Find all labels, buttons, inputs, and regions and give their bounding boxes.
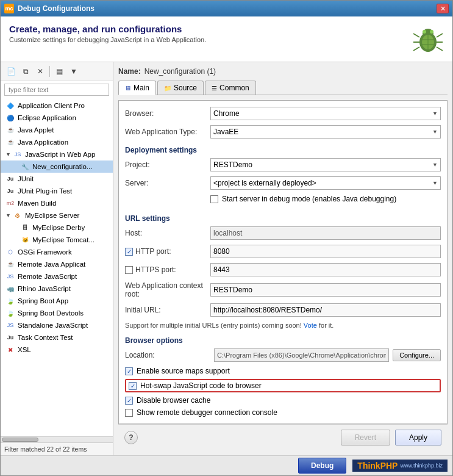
debug-configurations-window: mc Debug Configurations ✕ Create, manage…	[0, 0, 453, 476]
sidebar-item-label: MyEclipse Server	[25, 212, 79, 219]
sidebar-item-rhino[interactable]: 🦏 Rhino JavaScript	[1, 283, 113, 295]
debug-button[interactable]: Debug	[298, 458, 346, 474]
name-value: New_configuration (1)	[144, 67, 216, 76]
java-app-icon: ☕	[5, 137, 15, 147]
browser-select-wrapper: Chrome Firefox Internet Explorer Safari	[210, 107, 441, 120]
web-app-type-select[interactable]: JavaEE Generic	[210, 125, 441, 139]
project-select-wrapper: RESTDemo	[210, 158, 441, 171]
start-server-checkbox-label[interactable]: Start server in debug mode (enables Java…	[210, 195, 396, 203]
project-select[interactable]: RESTDemo	[210, 158, 441, 171]
source-maps-label[interactable]: Enable source maps support	[125, 367, 441, 375]
disable-cache-checkbox[interactable]	[125, 397, 133, 405]
toolbar-separator	[49, 66, 50, 77]
filter-input[interactable]	[4, 84, 109, 96]
http-port-checkbox[interactable]	[125, 248, 133, 256]
project-label: Project:	[125, 160, 210, 169]
form-scroll-area: Browser: Chrome Firefox Internet Explore…	[118, 100, 448, 424]
http-port-row: HTTP port:	[125, 245, 441, 258]
web-context-input[interactable]	[210, 283, 441, 297]
sidebar-item-spring-devtools[interactable]: 🍃 Spring Boot Devtools	[1, 307, 113, 319]
host-input[interactable]	[210, 226, 441, 240]
https-port-checkbox[interactable]	[125, 266, 133, 274]
browser-select[interactable]: Chrome Firefox Internet Explorer Safari	[210, 107, 441, 120]
sidebar-item-java-app[interactable]: ☕ Java Application	[1, 136, 113, 148]
sidebar-item-remote-java[interactable]: ☕ Remote Java Applicat	[1, 258, 113, 270]
osgi-icon: ⬡	[5, 247, 15, 257]
tab-common[interactable]: ☰ Common	[205, 81, 256, 95]
web-app-type-label: Web Application Type:	[125, 128, 210, 136]
sidebar-footer: Filter matched 22 of 22 items	[1, 442, 113, 455]
sidebar-item-js-web[interactable]: ▼ JS JavaScript in Web App	[1, 148, 113, 160]
show-debugger-label[interactable]: Show remote debugger connection console	[125, 408, 441, 417]
show-debugger-checkbox[interactable]	[125, 409, 133, 417]
sidebar-item-standalone-js[interactable]: JS Standalone JavaScript	[1, 319, 113, 331]
header-subtitle: Customize settings for debugging JavaScr…	[9, 36, 206, 43]
browser-row: Browser: Chrome Firefox Internet Explore…	[125, 107, 441, 120]
web-context-row: Web Application context root:	[125, 281, 441, 298]
delete-button[interactable]: ✕	[34, 65, 47, 78]
rhino-icon: 🦏	[5, 284, 15, 294]
start-server-checkbox[interactable]	[210, 195, 218, 203]
revert-button[interactable]: Revert	[341, 430, 390, 445]
sidebar-item-eclipse-app[interactable]: 🔵 Eclipse Application	[1, 112, 113, 124]
js-web-icon: JS	[13, 150, 23, 159]
expand-arrow: ▼	[5, 151, 11, 157]
sidebar-item-xsl[interactable]: ✖ XSL	[1, 344, 113, 356]
location-row: Location: Configure...	[125, 348, 441, 362]
deployment-section-header: Deployment settings	[125, 143, 441, 154]
apply-button[interactable]: Apply	[395, 430, 441, 445]
server-row: Server: <project is externally deployed>	[125, 176, 441, 190]
hotswap-checkbox[interactable]	[129, 382, 137, 390]
sidebar-item-label: Task Context Test	[18, 334, 73, 341]
sidebar-item-remote-js[interactable]: JS Remote JavaScript	[1, 270, 113, 283]
tab-main[interactable]: 🖥 Main	[118, 81, 156, 95]
sidebar-item-label: Maven Build	[18, 200, 56, 207]
sidebar-item-label: JUnit	[18, 175, 34, 182]
svg-line-2	[413, 34, 419, 37]
sidebar-item-myeclipse-tomcat[interactable]: 🐱 MyEclipse Tomcat...	[1, 234, 113, 246]
new-config-button[interactable]: 📄	[4, 65, 18, 78]
https-port-input[interactable]	[210, 263, 441, 276]
sidebar-item-app-client[interactable]: 🔷 Application Client Pro	[1, 99, 113, 112]
vote-link[interactable]: Vote	[304, 322, 317, 329]
sidebar-item-myeclipse-derby[interactable]: 🗄 MyEclipse Derby	[1, 222, 113, 234]
close-button[interactable]: ✕	[437, 4, 449, 13]
sidebar-item-label: Spring Boot Devtools	[18, 309, 84, 317]
hscroll-thumb[interactable]	[2, 438, 38, 442]
tab-source[interactable]: 📁 Source	[157, 81, 204, 95]
collapse-button[interactable]: ▤	[52, 65, 66, 78]
filter-button[interactable]: ▼	[67, 65, 80, 78]
sidebar-item-new-config[interactable]: 🔧 New_configuratio...	[1, 160, 113, 173]
derby-icon: 🗄	[20, 223, 30, 233]
initial-url-input[interactable]	[210, 303, 441, 317]
disable-cache-label[interactable]: Disable browser cache	[125, 396, 441, 405]
sidebar-item-junit-plugin[interactable]: Ju JUnit Plug-in Test	[1, 185, 113, 197]
multi-url-info: Support for multiple initial URLs (entry…	[125, 322, 441, 329]
http-port-input[interactable]	[210, 245, 441, 258]
location-input[interactable]	[214, 348, 389, 362]
sidebar-item-label: MyEclipse Derby	[32, 224, 85, 231]
hotswap-row[interactable]: Hot-swap JavaScript code to browser	[125, 379, 441, 392]
source-maps-checkbox[interactable]	[125, 367, 133, 375]
location-label: Location:	[125, 351, 210, 359]
sidebar-item-label: JUnit Plug-in Test	[18, 187, 72, 195]
configure-button[interactable]: Configure...	[393, 349, 441, 361]
sidebar-item-maven[interactable]: m2 Maven Build	[1, 197, 113, 209]
main-tab-label: Main	[134, 84, 149, 92]
sidebar-item-spring-boot[interactable]: 🍃 Spring Boot App	[1, 295, 113, 307]
sidebar-item-myeclipse-server[interactable]: ▼ ⚙ MyEclipse Server	[1, 209, 113, 222]
show-debugger-text: Show remote debugger connection console	[137, 408, 277, 417]
expand-arrow2: ▼	[5, 212, 11, 218]
sidebar-item-task-context[interactable]: Ju Task Context Test	[1, 331, 113, 344]
sidebar-item-java-applet[interactable]: ☕ Java Applet	[1, 124, 113, 136]
name-label: Name:	[118, 67, 141, 76]
sidebar-item-junit[interactable]: Ju JUnit	[1, 173, 113, 185]
help-button[interactable]: ?	[124, 431, 138, 444]
server-select[interactable]: <project is externally deployed>	[210, 176, 441, 190]
sidebar-item-osgi[interactable]: ⬡ OSGi Framework	[1, 246, 113, 258]
remote-js-icon: JS	[5, 272, 15, 281]
duplicate-button[interactable]: ⧉	[19, 65, 32, 78]
sidebar-item-label: Eclipse Application	[18, 114, 76, 121]
branding-url: www.thinkphp.biz	[400, 463, 443, 469]
sidebar-hscrollbar[interactable]	[1, 436, 113, 442]
